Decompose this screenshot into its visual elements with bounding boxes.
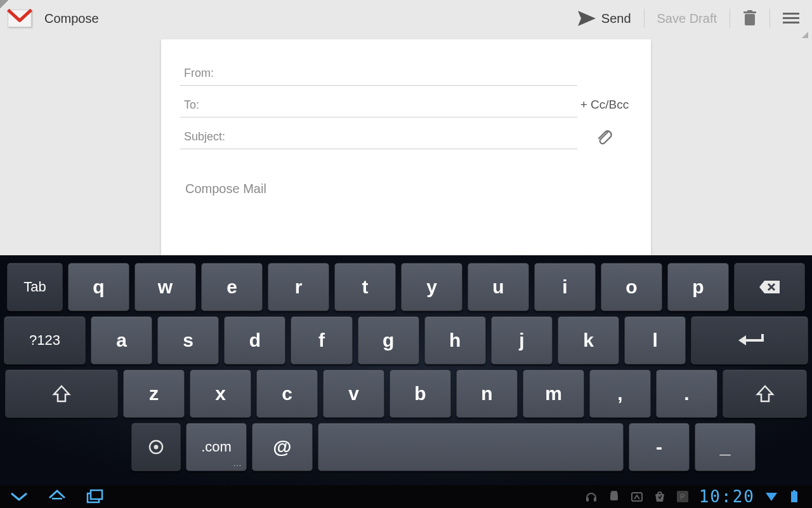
key-dotcom[interactable]: .com … — [186, 423, 247, 471]
key-s[interactable]: s — [157, 316, 219, 364]
enter-icon — [735, 331, 765, 349]
key-shift-right[interactable] — [723, 370, 807, 418]
soft-keyboard: Tab q w e r t y u i o p ?123 a s d f g h… — [0, 255, 812, 485]
key-j[interactable]: j — [491, 316, 553, 364]
svg-rect-2 — [745, 14, 755, 25]
key-at[interactable]: @ — [252, 423, 313, 471]
key-r[interactable]: r — [268, 263, 329, 311]
key-i[interactable]: i — [534, 263, 596, 311]
svg-rect-11 — [52, 498, 62, 500]
subject-field[interactable]: Subject: — [180, 124, 577, 149]
shift-icon — [756, 384, 775, 403]
key-o[interactable]: o — [601, 263, 662, 311]
system-nav-bar: P 10:20 — [0, 485, 812, 508]
key-underscore[interactable]: _ — [695, 423, 756, 471]
compose-card: From: To: + Cc/Bcc Subject: — [161, 39, 651, 255]
key-m[interactable]: m — [523, 370, 584, 418]
emoji-icon — [148, 439, 164, 455]
trash-icon — [743, 10, 757, 27]
subject-input[interactable] — [229, 130, 573, 144]
save-draft-label: Save Draft — [657, 11, 717, 26]
key-f[interactable]: f — [291, 316, 352, 364]
home-button[interactable] — [44, 485, 70, 508]
key-n[interactable]: n — [456, 370, 518, 418]
key-p[interactable]: p — [667, 263, 729, 311]
from-field[interactable]: From: — [180, 60, 577, 86]
send-icon — [577, 10, 596, 27]
key-z[interactable]: z — [123, 370, 185, 418]
key-t[interactable]: t — [334, 263, 396, 311]
subject-label: Subject: — [184, 130, 225, 144]
key-enter[interactable] — [691, 316, 808, 364]
key-tab[interactable]: Tab — [7, 263, 63, 311]
svg-rect-16 — [610, 494, 618, 500]
svg-marker-8 — [738, 335, 746, 345]
key-h[interactable]: h — [424, 316, 486, 364]
key-a[interactable]: a — [91, 316, 152, 364]
menu-icon — [783, 12, 799, 25]
backspace-icon — [758, 279, 781, 295]
svg-rect-4 — [747, 10, 752, 12]
key-symbols[interactable]: ?123 — [4, 316, 86, 364]
compose-stage: From: To: + Cc/Bcc Subject: — [0, 37, 812, 255]
hide-keyboard-button[interactable] — [6, 485, 32, 508]
svg-rect-23 — [793, 490, 796, 491]
key-dash[interactable]: - — [629, 423, 690, 471]
svg-rect-14 — [586, 497, 589, 502]
key-period[interactable]: . — [656, 370, 717, 418]
to-label: To: — [184, 98, 199, 112]
key-v[interactable]: v — [323, 370, 384, 418]
overflow-menu-button[interactable] — [773, 0, 803, 37]
key-w[interactable]: w — [134, 263, 196, 311]
key-d[interactable]: d — [224, 316, 285, 364]
key-comma[interactable]: , — [589, 370, 651, 418]
to-input[interactable] — [203, 98, 573, 112]
popup-hint-dots: … — [233, 458, 242, 468]
key-emoji[interactable] — [131, 423, 181, 471]
key-shift-left[interactable] — [5, 370, 118, 418]
tray-headphones-icon[interactable] — [582, 485, 601, 508]
shift-icon — [52, 384, 71, 403]
key-b[interactable]: b — [390, 370, 451, 418]
key-y[interactable]: y — [401, 263, 462, 311]
recents-icon — [86, 489, 104, 504]
attach-button[interactable] — [577, 128, 632, 145]
svg-rect-24 — [791, 491, 797, 502]
tray-shop-icon[interactable] — [650, 485, 669, 508]
key-c[interactable]: c — [256, 370, 318, 418]
to-field[interactable]: To: — [180, 92, 577, 117]
tray-app-icon[interactable]: P — [673, 485, 692, 508]
chevron-down-icon — [10, 491, 29, 502]
key-backspace[interactable] — [734, 263, 805, 311]
separator — [644, 9, 645, 28]
paperclip-icon — [596, 128, 613, 145]
svg-rect-13 — [91, 490, 102, 499]
svg-marker-1 — [578, 11, 596, 26]
key-e[interactable]: e — [201, 263, 263, 311]
body-input[interactable]: Compose Mail — [180, 182, 632, 196]
tray-notification-icon[interactable] — [627, 485, 646, 508]
tray-android-icon[interactable] — [605, 485, 624, 508]
key-k[interactable]: k — [558, 316, 619, 364]
battery-icon[interactable] — [785, 485, 804, 508]
wifi-icon[interactable] — [762, 485, 781, 508]
recents-button[interactable] — [82, 485, 108, 508]
from-input[interactable] — [218, 67, 573, 80]
body-placeholder: Compose Mail — [185, 182, 266, 196]
key-l[interactable]: l — [624, 316, 686, 364]
key-space[interactable] — [318, 423, 624, 471]
ccbcc-button[interactable]: + Cc/Bcc — [577, 98, 632, 112]
svg-rect-19 — [632, 493, 642, 501]
key-x[interactable]: x — [190, 370, 251, 418]
key-g[interactable]: g — [358, 316, 419, 364]
key-u[interactable]: u — [468, 263, 529, 311]
gmail-icon[interactable] — [5, 4, 34, 33]
svg-point-10 — [154, 445, 159, 450]
status-clock[interactable]: 10:20 — [699, 487, 755, 506]
key-q[interactable]: q — [68, 263, 129, 311]
separator — [730, 9, 730, 28]
save-draft-button[interactable]: Save Draft — [647, 0, 727, 37]
discard-button[interactable] — [733, 0, 767, 37]
send-button[interactable]: Send — [567, 0, 641, 37]
action-bar: Compose Send Save Draft — [0, 0, 812, 37]
